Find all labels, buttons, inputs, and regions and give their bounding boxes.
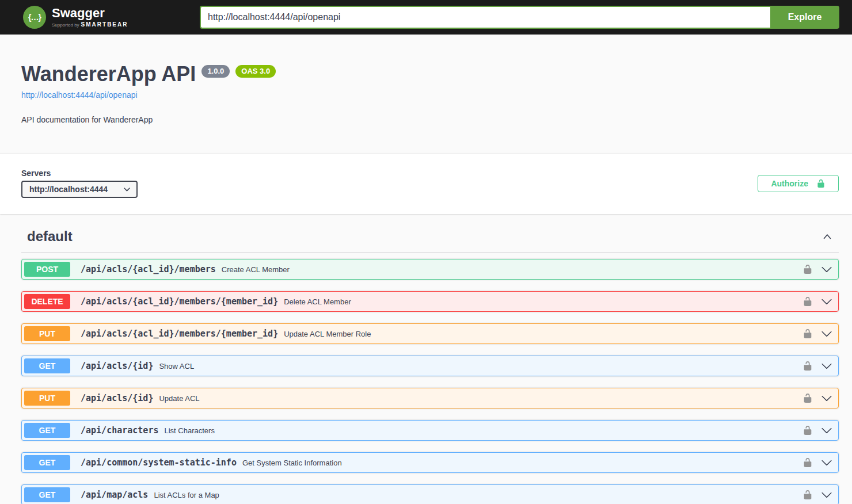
op-summary: Update ACL [159,394,802,403]
operation-row[interactable]: PUT /api/acls/{id} Update ACL [21,388,839,408]
unlocked-padlock-icon [802,457,813,468]
op-summary: Create ACL Member [222,265,802,274]
op-summary: List ACLs for a Map [154,491,802,499]
spec-url-input[interactable] [200,6,770,29]
operations-list: POST /api/acls/{acl_id}/members Create A… [21,253,839,504]
operation-row[interactable]: POST /api/acls/{acl_id}/members Create A… [21,259,839,280]
oas-badge: OAS 3.0 [235,65,276,78]
api-title-text: WandererApp API [21,62,196,86]
op-path[interactable]: /api/characters [76,425,163,436]
operation-auth-button[interactable] [802,425,813,436]
method-badge: GET [24,455,70,470]
op-summary: List Characters [164,426,802,435]
authorize-label: Authorize [771,179,808,188]
op-path[interactable]: /api/acls/{id} [76,393,158,403]
method-badge: GET [24,358,70,373]
op-path[interactable]: /api/map/acls [76,490,153,500]
logo-tagline: Supported bySMARTBEAR [52,21,128,28]
unlocked-padlock-icon [802,329,813,339]
spec-link[interactable]: http://localhost:4444/api/openapi [21,90,138,100]
chevron-down-icon[interactable] [821,296,832,307]
operation-auth-button[interactable] [802,490,813,500]
operation-auth-button[interactable] [802,361,813,371]
method-badge: PUT [24,391,70,406]
method-badge: PUT [24,326,70,341]
info-section: WandererApp API 1.0.0 OAS 3.0 http://loc… [0,35,852,153]
scheme-container: Servers http://localhost:4444 Authorize [0,153,852,214]
tag-title: default [27,228,73,245]
op-summary: Get System Static Information [242,459,802,467]
operation-row[interactable]: GET /api/common/system-static-info Get S… [21,452,839,473]
op-summary: Update ACL Member Role [284,330,802,338]
explore-form: Explore [200,6,839,29]
topbar: {…} Swagger Supported bySMARTBEAR Explor… [0,0,852,35]
servers-label: Servers [21,169,138,178]
operation-auth-button[interactable] [802,393,813,403]
chevron-down-icon[interactable] [821,328,832,339]
operation-auth-button[interactable] [802,264,813,274]
method-badge: GET [24,487,70,502]
op-path[interactable]: /api/acls/{acl_id}/members/{member_id} [76,296,283,307]
servers-select[interactable]: http://localhost:4444 [21,181,138,198]
swagger-logo-icon: {…} [23,6,46,29]
servers-block: Servers http://localhost:4444 [21,169,138,198]
operation-row[interactable]: PUT /api/acls/{acl_id}/members/{member_i… [21,323,839,344]
operation-auth-button[interactable] [802,457,813,468]
chevron-down-icon[interactable] [821,392,832,404]
op-path[interactable]: /api/acls/{id} [76,361,158,371]
chevron-down-icon[interactable] [821,360,832,372]
collapse-section-button[interactable] [821,231,833,242]
unlocked-padlock-icon [802,361,813,371]
unlocked-padlock-icon [802,425,813,436]
api-description: API documentation for WandererApp [21,115,839,124]
unlocked-padlock-icon [802,490,813,500]
swagger-logo[interactable]: {…} Swagger Supported bySMARTBEAR [23,6,200,29]
op-summary: Show ACL [159,362,802,371]
explore-button[interactable]: Explore [770,6,839,29]
unlocked-padlock-icon [802,296,813,307]
operation-auth-button[interactable] [802,296,813,307]
chevron-down-icon[interactable] [821,489,832,501]
operations-section: default POST /api/acls/{acl_id}/members … [0,214,852,504]
authorize-button[interactable]: Authorize [758,175,839,192]
chevron-up-icon [821,231,833,242]
unlocked-padlock-icon [816,179,826,188]
operation-row[interactable]: DELETE /api/acls/{acl_id}/members/{membe… [21,291,839,312]
method-badge: GET [24,423,70,438]
op-path[interactable]: /api/common/system-static-info [76,457,241,468]
operation-row[interactable]: GET /api/map/acls List ACLs for a Map [21,484,839,504]
chevron-down-icon[interactable] [821,425,832,436]
smartbear-brand: SMARTBEAR [81,21,128,28]
op-path[interactable]: /api/acls/{acl_id}/members/{member_id} [76,329,283,339]
tag-header-default[interactable]: default [21,228,839,253]
chevron-down-icon[interactable] [821,264,832,275]
version-badge: 1.0.0 [201,65,230,78]
logo-title: Swagger [52,7,128,20]
chevron-down-icon[interactable] [821,457,832,468]
op-summary: Delete ACL Member [284,297,802,306]
operation-auth-button[interactable] [802,329,813,339]
method-badge: DELETE [24,294,70,309]
operation-row[interactable]: GET /api/acls/{id} Show ACL [21,356,839,376]
api-title: WandererApp API 1.0.0 OAS 3.0 [21,62,839,86]
unlocked-padlock-icon [802,264,813,274]
method-badge: POST [24,262,70,277]
op-path[interactable]: /api/acls/{acl_id}/members [76,264,220,274]
unlocked-padlock-icon [802,393,813,403]
operation-row[interactable]: GET /api/characters List Characters [21,420,839,441]
